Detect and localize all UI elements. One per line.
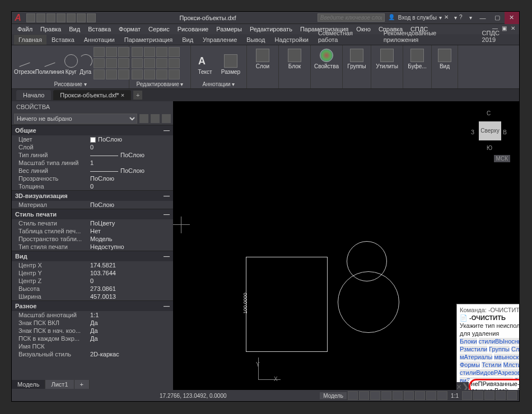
prop-group-header[interactable]: Общие— (12, 125, 173, 135)
status-gear-icon[interactable] (473, 391, 483, 400)
tab-featured[interactable]: Рекомендованные приложения (379, 28, 477, 45)
status-annoscale-icon[interactable] (462, 391, 472, 400)
cmdline-history-icon[interactable]: ❯ (461, 382, 469, 390)
prop-row[interactable]: Масштаб типа линий1 (12, 159, 173, 167)
close-icon[interactable]: × (121, 92, 124, 98)
draw-small-8[interactable] (106, 69, 117, 79)
tab-collaborate[interactable]: Совместная работа (314, 28, 379, 45)
prop-row[interactable]: Знак ПСК в нач. коо...Да (12, 327, 173, 335)
prop-row[interactable]: Тип стиля печатиНедоступно (12, 243, 173, 251)
draw-small-7[interactable] (94, 69, 105, 79)
chevron-down-icon[interactable]: ▾ (439, 15, 442, 21)
opt-groups[interactable]: Группы (489, 346, 510, 352)
login-link[interactable]: Вход в службы (398, 15, 437, 21)
edit-small-6[interactable] (144, 58, 155, 68)
opt-mleaderstyles[interactable]: стилиВЫносныхэлементов (479, 338, 519, 345)
qat-plot-icon[interactable] (67, 13, 76, 22)
prop-row[interactable]: Имя ПСК (12, 342, 173, 350)
doctab-start[interactable]: Начало (16, 90, 51, 100)
prop-row[interactable]: Масштаб аннотаций1:1 (12, 311, 173, 319)
line-tool[interactable]: Отрезок (14, 52, 35, 75)
prop-group-header[interactable]: Вид— (12, 251, 173, 261)
coordinates[interactable]: 17.2766, 123.0492, 0.0000 (14, 393, 227, 399)
status-ortho-icon[interactable] (370, 391, 380, 400)
prop-row[interactable]: Высота273.0861 (12, 285, 173, 293)
panel-draw-label[interactable]: Рисование ▾ (14, 80, 127, 87)
prop-row[interactable]: Ширина457.0013 (12, 293, 173, 300)
edit-small-9[interactable] (132, 69, 143, 79)
selection-dropdown[interactable]: Ничего не выбрано (14, 114, 137, 124)
tab-annotate[interactable]: Аннотации (80, 35, 119, 45)
properties-button[interactable]: Свойства (313, 46, 340, 69)
edit-small-3[interactable] (156, 47, 167, 57)
tab-manage[interactable]: Управление (198, 35, 241, 45)
minimize-button[interactable]: — (475, 12, 490, 24)
qat-open-icon[interactable] (36, 13, 45, 22)
draw-small-2[interactable] (106, 47, 117, 57)
qat-redo-icon[interactable] (87, 13, 96, 22)
draw-small-1[interactable] (94, 47, 105, 57)
prop-row[interactable]: Центр X174.5821 (12, 261, 173, 269)
menu-insert[interactable]: Вставка (85, 25, 114, 33)
draw-small-3[interactable] (118, 47, 129, 57)
quickselect-icon[interactable] (139, 114, 148, 123)
prop-row[interactable]: Центр Y103.7644 (12, 269, 173, 277)
app-logo[interactable]: A (12, 12, 24, 24)
edit-small-7[interactable] (156, 58, 167, 68)
prop-row[interactable]: Пространство табли...Модель (12, 235, 173, 243)
opt-materials[interactable]: мАтериалы (460, 354, 492, 360)
status-cycling-icon[interactable] (437, 391, 447, 400)
arc-tool[interactable]: Дуга (79, 52, 92, 75)
prop-row[interactable]: Центр Z0 (12, 277, 173, 285)
opt-shapes[interactable]: Формы (460, 361, 480, 368)
prop-row[interactable]: Таблица стилей печ...Нет (12, 227, 173, 235)
prop-row[interactable]: МатериалПоСлою (12, 201, 173, 209)
edit-small-4[interactable] (169, 47, 180, 57)
menu-dimension[interactable]: Размеры (213, 25, 245, 33)
close-button[interactable]: ✕ (505, 12, 519, 24)
prop-group-header[interactable]: 3D-визуализация— (12, 190, 173, 201)
opt-mlinestyles[interactable]: Млстили (503, 361, 519, 368)
layers-button[interactable]: Слои (249, 46, 276, 69)
block-button[interactable]: Блок (281, 46, 308, 69)
draw-small-9[interactable] (118, 69, 129, 79)
text-tool[interactable]: AТекст (193, 52, 217, 75)
panel-annotate-label[interactable]: Аннотации ▾ (193, 80, 244, 87)
status-snap-icon[interactable] (359, 391, 369, 400)
opt-layers[interactable]: Слои (511, 346, 519, 352)
wcs-label[interactable]: МСК (494, 155, 510, 162)
selectobj-icon[interactable] (162, 114, 171, 123)
menu-modify[interactable]: Редактировать (246, 25, 296, 33)
pickadd-icon[interactable] (151, 114, 160, 123)
tab-addins[interactable]: Надстройки (270, 35, 313, 45)
help-search-input[interactable] (318, 13, 385, 22)
prop-row[interactable]: Толщина0 (12, 182, 173, 190)
status-polar-icon[interactable] (381, 391, 391, 400)
prop-row[interactable]: Вес линийПоСлою (12, 167, 173, 175)
opt-dimstyles[interactable]: Рзмстили (460, 346, 487, 352)
layout-tab-model[interactable]: Модель (12, 380, 45, 389)
prop-row[interactable]: Стиль печатиПоЦвету (12, 219, 173, 227)
menu-format[interactable]: Формат (115, 25, 144, 33)
opt-mleader[interactable]: мвыноскастиль (494, 354, 519, 360)
layout-tab-sheet1[interactable]: Лист1 (45, 380, 74, 389)
menu-edit[interactable]: Правка (37, 25, 64, 33)
opt-sectionview[interactable]: стилиВидовРАзрезов (460, 369, 519, 376)
draw-small-6[interactable] (118, 58, 129, 68)
layout-tab-add[interactable]: + (74, 380, 90, 389)
tab-home[interactable]: Главная (14, 35, 46, 45)
menu-file[interactable]: Файл (14, 25, 36, 33)
cmdline-input[interactable]: -R (517, 380, 519, 390)
drawing-canvas[interactable]: 100.0000 Y X С З В Ю Сверху МСК Команда:… (173, 101, 519, 390)
polyline-tool[interactable]: Полилиния (36, 52, 63, 75)
tab-view[interactable]: Вид (178, 35, 198, 45)
qat-save-icon[interactable] (46, 13, 55, 22)
draw-small-5[interactable] (106, 58, 117, 68)
tab-parametric[interactable]: Параметризация (120, 35, 177, 45)
edit-small-8[interactable] (169, 58, 180, 68)
status-grid-icon[interactable] (348, 391, 358, 400)
panel-edit-label[interactable]: Редактирование ▾ (132, 80, 188, 87)
tab-insert[interactable]: Вставка (47, 35, 79, 45)
groups-button[interactable]: Группы (345, 46, 368, 69)
prop-row[interactable]: ЦветПоСлою (12, 135, 173, 143)
